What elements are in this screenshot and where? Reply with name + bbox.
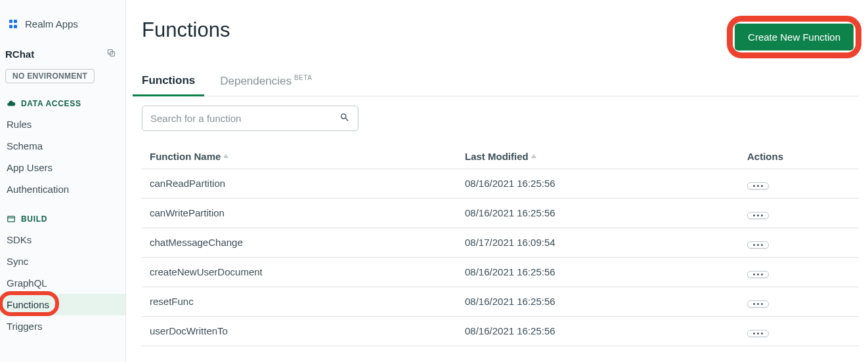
cloud-icon xyxy=(7,99,16,108)
sidebar: Realm Apps RChat NO ENVIRONMENT DATA ACC… xyxy=(0,0,126,362)
section-data-access: DATA ACCESS xyxy=(0,94,125,113)
more-actions-button[interactable] xyxy=(747,241,769,249)
sidebar-realm-apps[interactable]: Realm Apps xyxy=(0,13,125,35)
sidebar-item-sdks[interactable]: SDKs xyxy=(0,229,125,251)
ellipsis-icon xyxy=(753,332,763,334)
ellipsis-icon xyxy=(753,303,763,305)
main-content: Functions Create New Function Functions … xyxy=(126,0,868,362)
search-input[interactable] xyxy=(150,113,339,124)
sort-icon xyxy=(531,154,536,158)
sidebar-item-sync[interactable]: Sync xyxy=(0,251,125,272)
sidebar-item-app-users[interactable]: App Users xyxy=(0,157,125,178)
ellipsis-icon xyxy=(753,273,763,275)
fn-name: canWritePartition xyxy=(150,207,465,218)
svg-rect-2 xyxy=(8,216,15,222)
sidebar-item-functions[interactable]: Functions xyxy=(0,294,125,315)
environment-badge[interactable]: NO ENVIRONMENT xyxy=(0,65,125,94)
app-name: RChat xyxy=(5,49,34,60)
more-actions-button[interactable] xyxy=(747,271,769,278)
search-icon[interactable] xyxy=(339,112,350,125)
table-row[interactable]: resetFunc 08/16/2021 16:25:56 xyxy=(142,287,859,317)
sidebar-item-authentication[interactable]: Authentication xyxy=(0,178,125,200)
column-modified[interactable]: Last Modified xyxy=(465,151,747,162)
ellipsis-icon xyxy=(753,244,763,246)
fn-name: canReadPartition xyxy=(150,178,465,189)
fn-name: chatMessageChange xyxy=(150,237,465,248)
fn-modified: 08/16/2021 16:25:56 xyxy=(465,296,747,307)
table-row[interactable]: createNewUserDocument 08/16/2021 16:25:5… xyxy=(142,258,859,287)
copy-icon[interactable] xyxy=(106,48,116,60)
table-row[interactable]: canReadPartition 08/16/2021 16:25:56 xyxy=(142,169,859,199)
fn-modified: 08/17/2021 16:09:54 xyxy=(465,237,747,248)
window-icon xyxy=(7,214,16,224)
fn-modified: 08/16/2021 16:25:56 xyxy=(465,178,747,189)
page-title: Functions xyxy=(142,18,230,42)
table-row[interactable]: chatMessageChange 08/17/2021 16:09:54 xyxy=(142,228,859,258)
realm-apps-label: Realm Apps xyxy=(25,18,78,30)
tab-functions[interactable]: Functions xyxy=(142,74,195,96)
ellipsis-icon xyxy=(753,214,763,216)
search-box[interactable] xyxy=(142,106,358,131)
fn-name: userDocWrittenTo xyxy=(150,325,465,336)
apps-grid-icon xyxy=(9,20,18,29)
tabs: Functions DependenciesBETA xyxy=(142,74,859,96)
sort-icon xyxy=(223,154,228,158)
more-actions-button[interactable] xyxy=(747,330,769,337)
table-header: Function Name Last Modified Actions xyxy=(142,144,859,169)
fn-modified: 08/16/2021 16:25:56 xyxy=(465,207,747,218)
beta-badge: BETA xyxy=(294,74,312,81)
fn-name: createNewUserDocument xyxy=(150,266,465,277)
header-row: Functions Create New Function xyxy=(142,18,859,56)
fn-modified: 08/16/2021 16:25:56 xyxy=(465,266,747,277)
column-actions: Actions xyxy=(747,151,851,162)
fn-name: resetFunc xyxy=(150,296,465,307)
sidebar-item-schema[interactable]: Schema xyxy=(0,135,125,157)
ellipsis-icon xyxy=(753,185,763,187)
tab-dependencies-label: Dependencies xyxy=(220,75,292,87)
section-label: DATA ACCESS xyxy=(21,99,81,108)
table-row[interactable]: canWritePartition 08/16/2021 16:25:56 xyxy=(142,199,859,228)
table-row[interactable]: userDocWrittenTo 08/16/2021 16:25:56 xyxy=(142,317,859,346)
more-actions-button[interactable] xyxy=(747,182,769,190)
more-actions-button[interactable] xyxy=(747,212,769,219)
create-new-function-button[interactable]: Create New Function xyxy=(735,24,854,50)
fn-modified: 08/16/2021 16:25:56 xyxy=(465,325,747,336)
column-name[interactable]: Function Name xyxy=(150,151,465,162)
section-build: BUILD xyxy=(0,209,125,229)
section-label: BUILD xyxy=(21,214,47,224)
sidebar-item-triggers[interactable]: Triggers xyxy=(0,315,125,337)
app-name-row[interactable]: RChat xyxy=(0,35,125,65)
table-body: canReadPartition 08/16/2021 16:25:56 can… xyxy=(142,169,859,346)
more-actions-button[interactable] xyxy=(747,300,769,308)
sidebar-item-rules[interactable]: Rules xyxy=(0,113,125,135)
sidebar-item-graphql[interactable]: GraphQL xyxy=(0,272,125,294)
tab-dependencies[interactable]: DependenciesBETA xyxy=(220,74,312,96)
